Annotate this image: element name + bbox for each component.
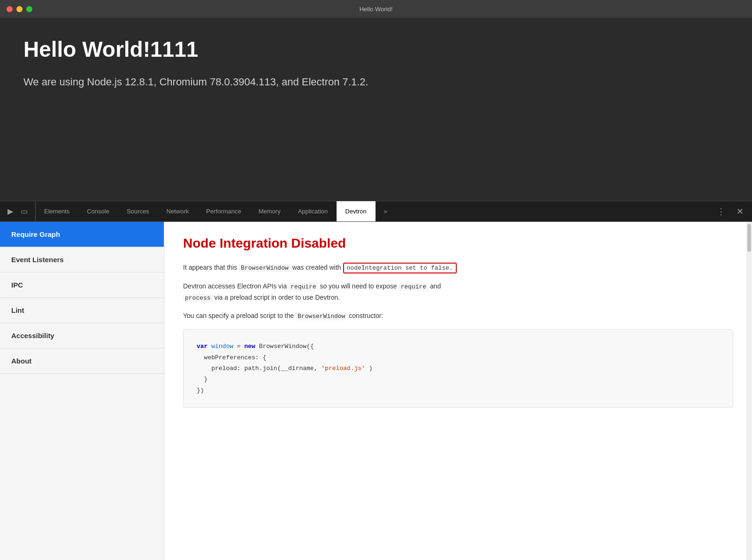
- tab-more[interactable]: »: [376, 201, 396, 221]
- code-line-1: var window = new BrowserWindow({: [197, 341, 720, 352]
- highlighted-node-integration: nodeIntegration set to false.: [343, 263, 457, 273]
- devtools-toolbar: ▶ ▭ Elements Console Sources Network Per…: [0, 201, 752, 222]
- scrollbar-thumb[interactable]: [747, 224, 751, 252]
- sidebar-item-require-graph[interactable]: Require Graph: [0, 222, 164, 247]
- tab-application[interactable]: Application: [290, 201, 337, 221]
- code-line-2: webPreferences: {: [197, 352, 720, 363]
- paragraph-2: Devtron accesses Electron APIs via requi…: [183, 281, 733, 303]
- tab-performance[interactable]: Performance: [198, 201, 250, 221]
- sidebar-item-about[interactable]: About: [0, 348, 164, 374]
- app-heading: Hello World!1111: [23, 37, 729, 62]
- tab-console[interactable]: Console: [78, 201, 118, 221]
- titlebar: Hello World!: [0, 0, 752, 18]
- app-subtitle: We are using Node.js 12.8.1, Chromium 78…: [23, 76, 729, 88]
- paragraph-1: It appears that this BrowserWindow was c…: [183, 262, 733, 273]
- code-line-3: preload: path.join(__dirname, 'preload.j…: [197, 363, 720, 374]
- toolbar-icons: ▶ ▭: [0, 201, 36, 221]
- node-integration-title: Node Integration Disabled: [183, 236, 733, 251]
- sidebar: Require Graph Event Listeners IPC Lint A…: [0, 222, 164, 560]
- close-button[interactable]: [7, 6, 13, 12]
- tab-memory[interactable]: Memory: [250, 201, 290, 221]
- toolbar-right: ⋮ ✕: [708, 201, 752, 221]
- more-options-icon[interactable]: ⋮: [713, 204, 729, 219]
- sidebar-item-lint[interactable]: Lint: [0, 298, 164, 323]
- app-content: Hello World!1111 We are using Node.js 12…: [0, 18, 752, 201]
- devtron-panel: Require Graph Event Listeners IPC Lint A…: [0, 222, 752, 560]
- cursor-icon[interactable]: ▶: [6, 205, 15, 218]
- code-block: var window = new BrowserWindow({ webPref…: [183, 329, 733, 408]
- device-icon[interactable]: ▭: [19, 205, 30, 218]
- sidebar-item-accessibility[interactable]: Accessibility: [0, 323, 164, 348]
- scrollbar-track[interactable]: [746, 222, 752, 560]
- main-content: Node Integration Disabled It appears tha…: [164, 222, 752, 560]
- window-controls: [7, 6, 32, 12]
- code-browserwindow-1: BrowserWindow: [239, 264, 290, 272]
- close-devtools-icon[interactable]: ✕: [733, 204, 747, 219]
- code-require-1: require: [289, 283, 318, 291]
- sidebar-item-event-listeners[interactable]: Event Listeners: [0, 247, 164, 272]
- code-require-2: require: [399, 283, 428, 291]
- code-line-4: }: [197, 374, 720, 385]
- maximize-button[interactable]: [26, 6, 32, 12]
- tab-elements[interactable]: Elements: [36, 201, 78, 221]
- window-title: Hello World!: [360, 6, 393, 13]
- minimize-button[interactable]: [16, 6, 23, 12]
- tab-network[interactable]: Network: [158, 201, 198, 221]
- paragraph-3: You can specify a preload script to the …: [183, 310, 733, 322]
- code-process: process: [183, 294, 213, 302]
- tab-devtron[interactable]: Devtron: [337, 201, 376, 221]
- code-browserwindow-2: BrowserWindow: [296, 312, 347, 320]
- code-line-5: }): [197, 385, 720, 396]
- tab-sources[interactable]: Sources: [118, 201, 158, 221]
- sidebar-item-ipc[interactable]: IPC: [0, 272, 164, 298]
- devtools-tabs: Elements Console Sources Network Perform…: [36, 201, 708, 221]
